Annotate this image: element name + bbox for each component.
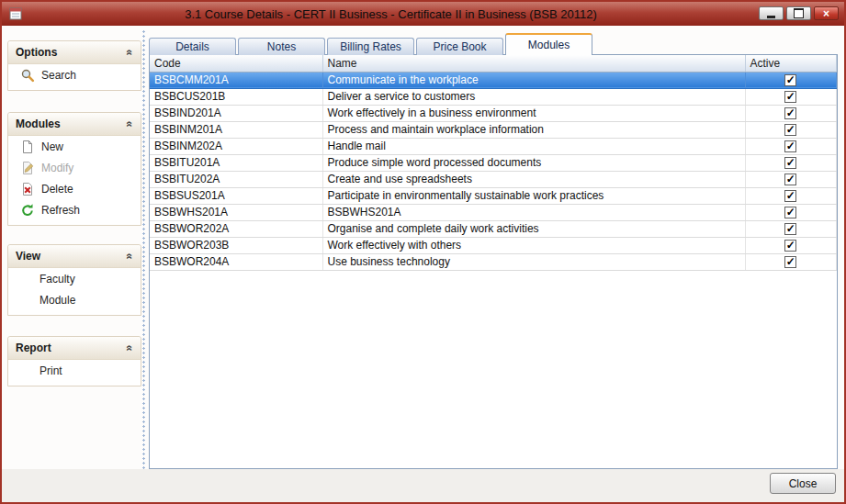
sidebar-item-modify[interactable]: Modify — [8, 157, 141, 178]
report-panel-title: Report — [16, 342, 51, 354]
sidebar-item-search[interactable]: Search — [8, 64, 141, 85]
title-bar[interactable]: 3.1 Course Details - CERT II Business - … — [2, 2, 844, 26]
maximize-button[interactable] — [786, 6, 811, 20]
cell-code: BSBITU201A — [150, 154, 322, 171]
active-checkbox[interactable]: ✓ — [784, 107, 796, 119]
cell-code: BSBCUS201B — [150, 88, 322, 105]
active-checkbox[interactable]: ✓ — [784, 74, 796, 86]
table-row[interactable]: BSBSUS201A Participate in environmentall… — [150, 187, 837, 204]
active-checkbox[interactable]: ✓ — [784, 207, 796, 218]
cell-active: ✓ — [745, 121, 837, 138]
cell-code: BSBWOR204A — [150, 253, 322, 270]
tab-bar: Details Notes Billing Rates Price Book M… — [149, 33, 594, 55]
app-icon — [8, 6, 23, 21]
active-checkbox[interactable]: ✓ — [784, 140, 796, 152]
tab-billing-rates[interactable]: Billing Rates — [327, 38, 414, 55]
table-row[interactable]: BSBINM202A Handle mail ✓ — [150, 138, 837, 154]
view-panel-header[interactable]: View « — [8, 245, 141, 268]
modify-pencil-icon — [20, 161, 35, 175]
cell-name: Organise and complete daily work activit… — [322, 220, 745, 237]
cell-active: ✓ — [745, 171, 837, 187]
collapse-chevron-icon[interactable]: « — [124, 121, 137, 128]
tab-details[interactable]: Details — [149, 38, 236, 55]
view-panel-title: View — [16, 250, 40, 263]
close-icon: × — [823, 8, 829, 19]
cell-name: Create and use spreadsheets — [322, 171, 745, 187]
new-label: New — [41, 140, 63, 153]
module-label: Module — [39, 294, 75, 307]
table-row[interactable]: BSBIND201A Work effectively in a busines… — [150, 105, 837, 121]
table-row[interactable]: BSBWOR204A Use business technology ✓ — [150, 253, 837, 270]
close-window-button[interactable]: × — [814, 6, 839, 20]
sidebar-item-delete[interactable]: Delete — [8, 178, 141, 199]
table-row[interactable]: BSBCUS201B Deliver a service to customer… — [150, 88, 837, 105]
table-row[interactable]: BSBWOR202A Organise and complete daily w… — [150, 220, 837, 237]
sidebar-item-new[interactable]: New — [8, 136, 141, 157]
active-checkbox[interactable]: ✓ — [784, 124, 796, 136]
minimize-icon — [767, 16, 775, 18]
cell-name: Deliver a service to customers — [322, 88, 745, 105]
column-header-active[interactable]: Active — [745, 55, 837, 72]
cell-code: BSBSUS201A — [150, 187, 322, 204]
sidebar-item-print[interactable]: Print — [8, 360, 141, 381]
table-row[interactable]: BSBINM201A Process and maintain workplac… — [150, 121, 837, 138]
cell-name: Work effectively with others — [322, 237, 745, 253]
table-row[interactable]: BSBWOR203B Work effectively with others … — [150, 237, 837, 253]
modules-panel-header[interactable]: Modules « — [8, 113, 141, 136]
collapse-chevron-icon[interactable]: « — [124, 345, 137, 352]
cell-active: ✓ — [745, 253, 837, 270]
cell-active: ✓ — [745, 154, 837, 171]
minimize-button[interactable] — [759, 6, 784, 20]
new-document-icon — [20, 140, 35, 154]
active-checkbox[interactable]: ✓ — [784, 91, 796, 103]
splitter-handle[interactable] — [141, 29, 147, 472]
report-panel: Report « Print — [7, 336, 141, 386]
active-checkbox[interactable]: ✓ — [784, 223, 796, 235]
refresh-label: Refresh — [41, 204, 80, 217]
options-panel-header[interactable]: Options « — [8, 41, 141, 64]
collapse-chevron-icon[interactable]: « — [124, 253, 137, 260]
tab-price-book[interactable]: Price Book — [416, 38, 503, 55]
active-checkbox[interactable]: ✓ — [784, 256, 796, 268]
cell-active: ✓ — [745, 138, 837, 154]
active-checkbox[interactable]: ✓ — [784, 157, 796, 169]
sidebar-item-faculty[interactable]: Faculty — [8, 268, 141, 289]
modules-table: Code Name Active BSBCMM201A Communicate … — [150, 55, 837, 271]
active-checkbox[interactable]: ✓ — [784, 190, 796, 202]
cell-active: ✓ — [745, 105, 837, 121]
tab-modules[interactable]: Modules — [505, 33, 592, 55]
cell-code: BSBCMM201A — [150, 72, 322, 88]
active-checkbox[interactable]: ✓ — [784, 174, 796, 185]
view-panel: View « Faculty Module — [7, 244, 141, 316]
table-row[interactable]: BSBITU201A Produce simple word processed… — [150, 154, 837, 171]
course-details-window: 3.1 Course Details - CERT II Business - … — [0, 0, 846, 504]
tab-notes[interactable]: Notes — [238, 38, 325, 55]
footer-bar — [2, 469, 844, 502]
cell-code: BSBWOR202A — [150, 220, 322, 237]
window-controls: × — [759, 6, 839, 20]
table-row[interactable]: BSBWHS201A BSBWHS201A ✓ — [150, 204, 837, 220]
sidebar-item-module[interactable]: Module — [8, 289, 141, 310]
table-row[interactable]: BSBCMM201A Communicate in the workplace … — [150, 72, 837, 88]
report-panel-header[interactable]: Report « — [8, 337, 141, 360]
cell-code: BSBWHS201A — [150, 204, 322, 220]
cell-name: Participate in environmentally sustainab… — [322, 187, 745, 204]
sidebar-item-refresh[interactable]: Refresh — [8, 199, 141, 220]
cell-active: ✓ — [745, 88, 837, 105]
cell-code: BSBINM201A — [150, 121, 322, 138]
collapse-chevron-icon[interactable]: « — [124, 50, 137, 56]
active-checkbox[interactable]: ✓ — [784, 240, 796, 252]
column-header-code[interactable]: Code — [150, 55, 322, 72]
cell-name: Handle mail — [322, 138, 745, 154]
print-label: Print — [39, 364, 62, 377]
refresh-icon — [20, 203, 35, 218]
cell-name: Process and maintain workplace informati… — [322, 121, 745, 138]
column-header-name[interactable]: Name — [322, 55, 745, 72]
options-panel: Options « Search — [7, 40, 141, 91]
modules-panel-title: Modules — [16, 118, 61, 130]
cell-active: ✓ — [745, 237, 837, 253]
cell-name: Communicate in the workplace — [322, 72, 745, 88]
module-table-body: BSBCMM201A Communicate in the workplace … — [150, 72, 837, 270]
table-row[interactable]: BSBITU202A Create and use spreadsheets ✓ — [150, 171, 837, 187]
close-button[interactable]: Close — [770, 473, 836, 494]
